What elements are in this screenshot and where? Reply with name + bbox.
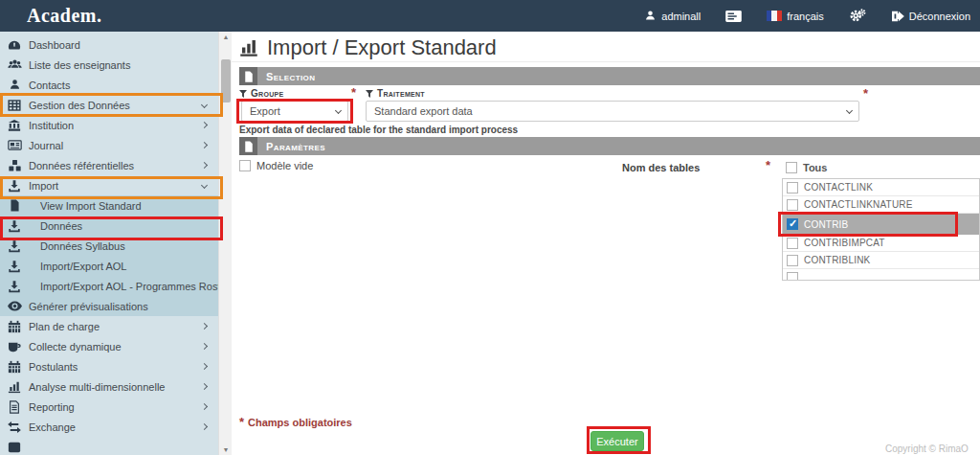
file-icon <box>239 67 257 85</box>
groupe-select-value: Export <box>250 105 280 117</box>
table-checkbox[interactable] <box>787 272 798 282</box>
chevron-right-icon <box>201 142 208 148</box>
table-checkbox[interactable] <box>787 182 798 193</box>
language-selector[interactable]: français <box>767 11 824 22</box>
scroll-up-arrow[interactable]: ▲ <box>219 34 233 40</box>
download-icon <box>0 219 29 233</box>
sidebar-item-label: Reporting <box>29 401 75 413</box>
required-asterisk: * <box>863 89 868 99</box>
execute-button[interactable]: Exécuter <box>590 431 644 451</box>
groupe-select[interactable]: Export <box>241 101 348 122</box>
logout-button[interactable]: Déconnexion <box>891 11 970 22</box>
section-header-parametres: Paramètres <box>239 137 980 155</box>
bank-icon <box>0 119 29 132</box>
chevron-right-icon <box>201 343 208 350</box>
users-icon <box>0 58 29 71</box>
page-title: Import / Export Standard <box>239 35 497 60</box>
sidebar-item-label: Données <box>40 220 82 232</box>
user-name: adminall <box>661 11 701 22</box>
divider <box>232 61 980 62</box>
sidebar-item-label: Contacts <box>29 80 70 91</box>
sidebar-item-label: Dashboard <box>29 39 80 51</box>
cup-icon <box>0 341 29 353</box>
chevron-down-icon <box>201 182 208 189</box>
list-icon <box>725 11 742 22</box>
sidebar-item-partial[interactable] <box>0 437 218 455</box>
sidebar-item-generer-previsualisations[interactable]: Générer prévisualisations <box>0 296 218 316</box>
sidebar-item-donnees[interactable]: Données <box>0 216 218 236</box>
france-flag-icon <box>767 11 782 21</box>
section-title: Paramètres <box>266 141 325 152</box>
sidebar-item-dashboard[interactable]: Dashboard <box>0 34 218 55</box>
bar-chart-icon <box>0 380 29 394</box>
scroll-down-arrow[interactable]: ▼ <box>219 446 233 453</box>
settings-button[interactable] <box>849 9 866 23</box>
sidebar-item-import-export-aol[interactable]: Import/Export AOL <box>0 256 218 276</box>
dashboard-icon <box>0 38 29 52</box>
table-row: CONTACTLINKNATURE <box>783 196 979 214</box>
page-title-text: Import / Export Standard <box>267 35 497 60</box>
nom-des-tables-label: Nom des tables <box>622 162 700 173</box>
sidebar-item-contacts[interactable]: Contacts <box>0 75 218 95</box>
sidebar-scrollbar: ▲ ▼ <box>218 32 232 455</box>
language-label: français <box>787 11 824 22</box>
filter-icon <box>366 90 373 98</box>
sidebar-item-gestion-des-donnees[interactable]: Gestion des Données <box>0 95 218 115</box>
table-label: CONTACTLINK <box>804 182 873 193</box>
sidebar-item-journal[interactable]: Journal <box>0 135 218 155</box>
table-icon <box>0 99 29 112</box>
sidebar-item-institution[interactable]: Institution <box>0 115 218 135</box>
table-label: CONTRIB <box>804 219 848 230</box>
sidebar-item-reporting[interactable]: Reporting <box>0 397 218 417</box>
sidebar-item-view-import-standard[interactable]: View Import Standard <box>0 195 218 216</box>
main-content: Import / Export Standard Selection Group… <box>232 32 980 455</box>
topbar-actions: adminall français <box>644 9 970 23</box>
sidebar-item-label: Plan de charge <box>29 321 100 332</box>
sidebar-item-exchange[interactable]: Exchange <box>0 417 218 437</box>
filter-icon <box>239 90 247 98</box>
sidebar-item-liste-des-enseignants[interactable]: Liste des enseignants <box>0 55 218 75</box>
exchange-icon <box>0 421 29 433</box>
tables-panel: Tous CONTACTLINK CONTACTLINKNATURE CONTR… <box>782 159 980 176</box>
chevron-right-icon <box>201 363 208 370</box>
user-menu[interactable]: adminall <box>644 10 701 22</box>
sidebar-item-label: Liste des enseignants <box>29 59 130 71</box>
groupe-label: Groupe <box>239 88 283 99</box>
table-checkbox[interactable] <box>787 199 798 211</box>
sidebar-item-import[interactable]: Import <box>0 175 218 195</box>
table-checkbox[interactable] <box>787 238 798 249</box>
traitement-select[interactable]: Standard export data <box>366 101 859 122</box>
sidebar-item-label: Données Syllabus <box>40 240 125 252</box>
chevron-right-icon <box>201 383 208 390</box>
required-asterisk: * <box>766 161 770 171</box>
sidebar-item-donnees-syllabus[interactable]: Données Syllabus <box>0 236 218 256</box>
chevron-right-icon <box>201 423 208 430</box>
table-label: CONTACTLINKNATURE <box>804 199 913 210</box>
scrollbar-thumb[interactable] <box>221 59 231 102</box>
download-icon <box>0 260 29 273</box>
sidebar: Dashboard Liste des enseignants Contacts… <box>0 32 218 455</box>
eye-icon <box>0 301 29 311</box>
tous-checkbox[interactable] <box>786 162 797 173</box>
topbar: Academ. adminall français <box>0 0 980 32</box>
copyright-text: Copyright © RimaO <box>885 444 969 454</box>
modele-vide-checkbox[interactable] <box>239 160 251 171</box>
modele-vide-label: Modèle vide <box>256 160 313 171</box>
sidebar-item-import-export-aol-programmes[interactable]: Import/Export AOL - Programmes Roster Ev… <box>0 276 218 296</box>
sidebar-item-collecte-dynamique[interactable]: Collecte dynamique <box>0 336 218 356</box>
chevron-right-icon <box>201 122 208 128</box>
table-row: CONTRIBLINK <box>783 252 979 269</box>
sidebar-item-plan-de-charge[interactable]: Plan de charge <box>0 316 218 336</box>
table-row: CONTACTLINK <box>783 179 979 196</box>
sidebar-item-label: Journal <box>29 140 63 151</box>
tous-label: Tous <box>803 162 827 173</box>
table-checkbox-checked[interactable] <box>787 218 798 230</box>
table-row: CONTRIBIMPCAT <box>783 235 979 252</box>
list-button[interactable] <box>725 11 742 22</box>
section-title: Selection <box>266 71 315 82</box>
sidebar-item-analyse-multi-dimensionnelle[interactable]: Analyse multi-dimensionnelle <box>0 376 218 397</box>
sidebar-item-postulants[interactable]: Postulants <box>0 356 218 376</box>
sidebar-item-donnees-referentielles[interactable]: Données référentielles <box>0 155 218 175</box>
table-checkbox[interactable] <box>787 255 798 266</box>
sidebar-item-label: Données référentielles <box>29 160 134 171</box>
